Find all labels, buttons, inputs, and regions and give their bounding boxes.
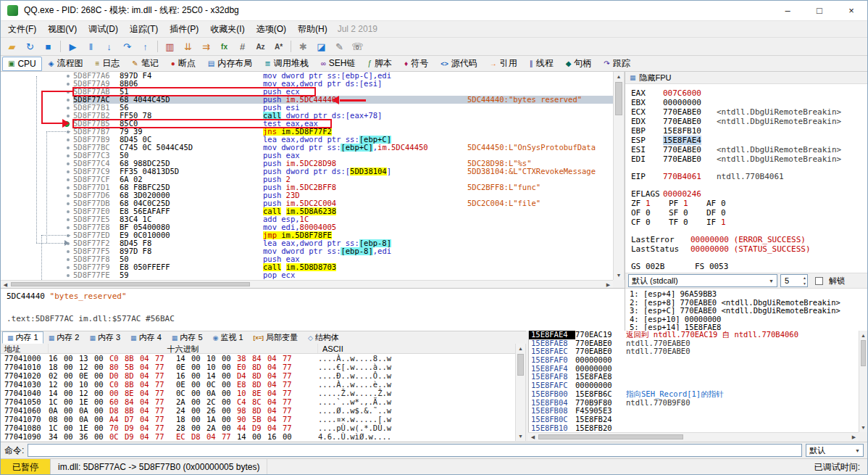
register-row[interactable]: ESP15E8FAE4	[631, 136, 868, 145]
stack-row[interactable]: 15E8FB1015E8FB20	[529, 424, 859, 432]
dump-row[interactable]: 770410501C001E00608404772A002C00C48C0477…	[1, 397, 515, 406]
register-row[interactable]: ECX770EABE0<ntdll.DbgUiRemoteBreakin>	[631, 107, 868, 117]
settings-icon[interactable]: ✱	[295, 39, 312, 54]
breakpoint-gutter[interactable]	[1, 96, 73, 104]
disasm-row[interactable]: 5D8F77D668 3D020000push 23D	[1, 191, 613, 199]
tab-dump-1[interactable]: ▦内存 1	[2, 331, 43, 344]
disasm-row[interactable]: 5D8F77AC68 4044C45Dpush im.5DC444405DC44…	[1, 96, 613, 104]
command-profile-select[interactable]: 默认 ▼	[806, 444, 864, 457]
disasm-row[interactable]: 5D8F77C9FF35 04813D5Dpush dword ptr ds:[…	[1, 168, 613, 175]
menu-debug[interactable]: 调试(D)	[83, 22, 124, 37]
trace-into-icon[interactable]: ⇊	[180, 39, 196, 54]
restart-icon[interactable]: ↻	[22, 39, 38, 54]
disasm-row[interactable]: 5D8F77DB68 04C0C25Dpush im.5DC2C0045DC2C…	[1, 199, 613, 207]
stack-vertical-scrollbar[interactable]: ▲ ▼	[859, 331, 868, 432]
close-button[interactable]: ×	[835, 1, 867, 20]
hide-fpu-button[interactable]: 隐藏FPU	[640, 73, 672, 83]
tab-graph[interactable]: ◈流程图	[43, 57, 89, 71]
flags-row[interactable]: CF 0TF 0IF 1	[631, 218, 868, 227]
tab-seh[interactable]: ∞SEH链	[315, 57, 362, 71]
scroll-thumb[interactable]	[11, 282, 250, 286]
unlock-checkbox[interactable]	[815, 277, 823, 285]
breakpoint-gutter[interactable]	[1, 160, 73, 168]
tab-dump-3[interactable]: ▦内存 3	[84, 331, 125, 344]
disasm-row[interactable]: 5D8F77A6897D F4mov dword ptr ss:[ebp-C],…	[1, 72, 613, 80]
breakpoint-gutter[interactable]	[1, 271, 73, 279]
scroll-thumb[interactable]	[615, 82, 622, 115]
scroll-right-icon[interactable]: ▶	[849, 433, 859, 441]
menu-trace[interactable]: 追踪(T)	[124, 22, 164, 37]
step-into-icon[interactable]: ↓	[101, 39, 117, 54]
tab-dump-2[interactable]: ▦内存 2	[43, 331, 85, 344]
stack-row[interactable]: 15E8FAF400000000	[529, 365, 859, 373]
menu-help[interactable]: 帮助(H)	[292, 22, 333, 37]
stack-row[interactable]: 15E8FAE8770EABE0ntdll.770EABE0	[529, 339, 859, 348]
breakpoint-gutter[interactable]	[1, 263, 73, 271]
dump-row[interactable]: 7704100016001300C08B04771400100038840477…	[1, 354, 515, 363]
dump-row[interactable]: 7704101018001200805B04770E001000E08D0477…	[1, 363, 515, 371]
menu-options[interactable]: 选项(O)	[251, 22, 292, 37]
disasm-row[interactable]: 5D8F77BCC745 0C 5044C45Dmov dword ptr ss…	[1, 144, 613, 152]
register-row[interactable]: EFLAGS00000246	[631, 189, 868, 199]
register-row[interactable]: EIP770B4061ntdll.770B4061	[631, 172, 868, 181]
tab-handles[interactable]: ◆句柄	[560, 57, 598, 71]
scroll-down-icon[interactable]: ▼	[859, 423, 867, 432]
menu-plugins[interactable]: 插件(P)	[164, 22, 204, 37]
breakpoint-gutter[interactable]	[1, 136, 73, 144]
scroll-thumb[interactable]	[861, 340, 866, 366]
scroll-thumb[interactable]	[517, 354, 524, 376]
stack-row[interactable]: 15E8FAFC00000000	[529, 381, 859, 390]
pause-icon[interactable]: ‖	[83, 39, 99, 54]
breakpoint-gutter[interactable]	[1, 183, 73, 191]
argument-row[interactable]: 1: [esp+4] 96A59BB3	[630, 290, 868, 299]
strings-az-icon[interactable]: Az	[252, 39, 269, 54]
tab-watch-1[interactable]: ◉监视 1	[208, 331, 249, 344]
disasm-row[interactable]: 5D8F77CF6A 02push 2	[1, 175, 613, 183]
maximize-button[interactable]: □	[804, 1, 835, 20]
tab-script[interactable]: ƒ脚本	[362, 57, 398, 71]
tab-cpu[interactable]: ▣CPU	[2, 57, 42, 71]
breakpoint-gutter[interactable]	[1, 72, 73, 80]
register-row[interactable]: EBX00000000	[631, 98, 868, 107]
scroll-left-icon[interactable]: ◀	[1, 281, 10, 288]
scroll-down-icon[interactable]: ▼	[614, 270, 624, 280]
scroll-up-icon[interactable]: ▲	[516, 344, 525, 353]
register-row[interactable]: EAX007C6000	[631, 88, 868, 98]
breakpoint-gutter[interactable]	[1, 207, 73, 215]
argument-row[interactable]: 5: [esp+14] 15E8FAE8	[630, 323, 868, 331]
stack-row[interactable]: 15E8FAF815E8FAE8	[529, 373, 859, 381]
tab-symbols[interactable]: ♦符号	[398, 57, 434, 71]
highlight-icon[interactable]: A*	[270, 39, 287, 54]
disasm-row[interactable]: 5D8F77B156push esi	[1, 104, 613, 112]
disasm-row[interactable]: 5D8F77EDE9 0C010000jmp im.5D8F78FE	[1, 231, 613, 239]
register-row[interactable]: LastError00000000 (ERROR_SUCCESS)	[631, 235, 868, 244]
dump-panel[interactable]: 地址 十六进制 ASCII 7704100016001300C08B047714…	[1, 344, 515, 441]
flags-row[interactable]: GS 002BFS 0053	[631, 262, 868, 271]
stack-row[interactable]: 15E8FAEC770EABE0ntdll.770EABE0	[529, 347, 859, 356]
breakpoint-gutter[interactable]	[1, 191, 73, 199]
flags-row[interactable]: ZF 1PF 1AF 0	[631, 199, 868, 208]
disasm-row[interactable]: 5D8F77E0E8 56EAFAFFcall im.5D8A6238	[1, 207, 613, 215]
run-icon[interactable]: ▶	[64, 39, 81, 54]
tab-dump-4[interactable]: ▦内存 4	[125, 331, 167, 344]
dump-row[interactable]: 77041090340036000CD90477ECD8047714001600…	[1, 432, 515, 441]
stack-panel[interactable]: 15E8FAE4770EAC19返回到 ntdll.770EAC19 自 ntd…	[528, 331, 859, 432]
tab-trace[interactable]: ↷跟踪	[598, 57, 635, 71]
disasm-row[interactable]: 5D8F77D168 F8BFC25Dpush im.5DC2BFF85DC2B…	[1, 183, 613, 191]
dump-row[interactable]: 7704103012001000C08B04770E000C00E88D0477…	[1, 380, 515, 389]
breakpoint-gutter[interactable]	[1, 168, 73, 175]
tab-locals[interactable]: [x=]局部变量	[249, 331, 303, 344]
disasm-row[interactable]: 5D8F77F28D45 F8lea eax,dword ptr ss:[ebp…	[1, 239, 613, 247]
breakpoint-gutter[interactable]	[1, 144, 73, 152]
dump-row[interactable]: 7704104014001200008E04770C000A00108E0477…	[1, 389, 515, 397]
breakpoint-gutter[interactable]	[1, 80, 73, 88]
breakpoint-gutter[interactable]	[1, 247, 73, 255]
dump-row[interactable]: 7704102002000E00D08D047716001400D48D0477…	[1, 371, 515, 380]
stack-row[interactable]: 15E8FB0015E8FB6C指向SEH_Record[1]的指针	[529, 390, 859, 399]
dump-row[interactable]: 7704107008000A00A4D7047718001A00905B0477…	[1, 415, 515, 424]
disasm-row[interactable]: 5D8F77F850push eax	[1, 255, 613, 263]
disasm-row[interactable]: 5D8F77C468 988DC25Dpush im.5DC28D985DC28…	[1, 160, 613, 168]
tab-memory-map[interactable]: ▤内存布局	[202, 57, 258, 71]
step-out-icon[interactable]: ↑	[137, 39, 154, 54]
argument-row[interactable]: 3: [esp+C] 770EABE0 <ntdll.DbgUiRemoteBr…	[630, 307, 868, 315]
